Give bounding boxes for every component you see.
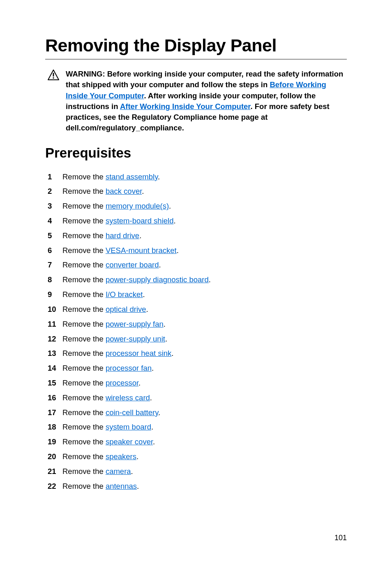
link-power-supply-fan[interactable]: power-supply fan	[106, 320, 164, 328]
item-number: 5	[48, 230, 62, 242]
warning-icon	[48, 70, 59, 82]
item-number: 1	[48, 172, 62, 183]
prerequisites-list: 1Remove the stand assembly. 2Remove the …	[45, 172, 347, 492]
item-text: Remove the back cover.	[62, 186, 347, 197]
item-text: Remove the power-supply diagnostic board…	[62, 274, 347, 286]
item-number: 4	[48, 216, 62, 227]
item-number: 3	[48, 201, 62, 212]
item-text: Remove the processor heat sink.	[62, 348, 347, 359]
link-camera[interactable]: camera	[106, 467, 131, 476]
list-item: 11Remove the power-supply fan.	[48, 319, 347, 330]
item-number: 11	[48, 319, 62, 330]
page-title: Removing the Display Panel	[45, 35, 347, 60]
list-item: 1Remove the stand assembly.	[48, 172, 347, 183]
list-item: 21Remove the camera.	[48, 466, 347, 477]
item-text: Remove the camera.	[62, 466, 347, 477]
link-processor-fan[interactable]: processor fan	[106, 364, 152, 372]
item-number: 8	[48, 274, 62, 286]
link-back-cover[interactable]: back cover	[106, 187, 142, 195]
list-item: 12Remove the power-supply unit.	[48, 334, 347, 345]
svg-rect-1	[53, 73, 54, 77]
item-number: 22	[48, 481, 62, 492]
link-wireless-card[interactable]: wireless card	[106, 393, 150, 402]
item-text: Remove the processor fan.	[62, 363, 347, 374]
item-text: Remove the antennas.	[62, 481, 347, 492]
list-item: 22Remove the antennas.	[48, 481, 347, 492]
item-text: Remove the stand assembly.	[62, 172, 347, 183]
item-text: Remove the coin-cell battery.	[62, 407, 347, 418]
list-item: 9Remove the I/O bracket.	[48, 289, 347, 300]
list-item: 17Remove the coin-cell battery.	[48, 407, 347, 418]
list-item: 20Remove the speakers.	[48, 451, 347, 462]
item-text: Remove the converter board.	[62, 260, 347, 271]
item-number: 21	[48, 466, 62, 477]
link-processor-heat-sink[interactable]: processor heat sink	[106, 349, 171, 358]
item-number: 17	[48, 407, 62, 418]
item-number: 10	[48, 304, 62, 315]
list-item: 2Remove the back cover.	[48, 186, 347, 197]
item-number: 7	[48, 260, 62, 271]
item-text: Remove the system-board shield.	[62, 216, 347, 227]
link-io-bracket[interactable]: I/O bracket	[106, 290, 143, 299]
link-antennas[interactable]: antennas	[106, 482, 137, 490]
list-item: 13Remove the processor heat sink.	[48, 348, 347, 359]
list-item: 16Remove the wireless card.	[48, 392, 347, 404]
list-item: 3Remove the memory module(s).	[48, 201, 347, 212]
item-number: 18	[48, 422, 62, 433]
item-text: Remove the VESA-mount bracket.	[62, 245, 347, 256]
link-optical-drive[interactable]: optical drive	[106, 305, 146, 314]
section-heading: Prerequisites	[45, 145, 347, 161]
list-item: 15Remove the processor.	[48, 378, 347, 389]
item-number: 2	[48, 186, 62, 197]
list-item: 7Remove the converter board.	[48, 260, 347, 271]
item-text: Remove the power-supply unit.	[62, 334, 347, 345]
item-number: 15	[48, 378, 62, 389]
item-text: Remove the speakers.	[62, 451, 347, 462]
item-text: Remove the optical drive.	[62, 304, 347, 315]
document-page: Removing the Display Panel WARNING: Befo…	[0, 0, 392, 492]
list-item: 10Remove the optical drive.	[48, 304, 347, 315]
link-speakers[interactable]: speakers	[106, 452, 136, 461]
link-vesa-mount-bracket[interactable]: VESA-mount bracket	[106, 246, 177, 255]
item-number: 20	[48, 451, 62, 462]
link-hard-drive[interactable]: hard drive	[106, 231, 139, 240]
item-number: 19	[48, 437, 62, 448]
link-power-supply-diagnostic-board[interactable]: power-supply diagnostic board	[106, 275, 209, 284]
item-number: 16	[48, 392, 62, 404]
warning-block: WARNING: Before working inside your comp…	[45, 69, 347, 134]
list-item: 18Remove the system board.	[48, 422, 347, 433]
item-text: Remove the I/O bracket.	[62, 289, 347, 300]
item-text: Remove the processor.	[62, 378, 347, 389]
list-item: 8Remove the power-supply diagnostic boar…	[48, 274, 347, 286]
item-text: Remove the power-supply fan.	[62, 319, 347, 330]
list-item: 4Remove the system-board shield.	[48, 216, 347, 227]
list-item: 5Remove the hard drive.	[48, 230, 347, 242]
item-number: 12	[48, 334, 62, 345]
link-memory-modules[interactable]: memory module(s)	[106, 202, 169, 210]
item-text: Remove the hard drive.	[62, 230, 347, 242]
item-number: 13	[48, 348, 62, 359]
link-speaker-cover[interactable]: speaker cover	[106, 437, 153, 446]
svg-rect-2	[53, 77, 54, 79]
list-item: 19Remove the speaker cover.	[48, 437, 347, 448]
item-number: 14	[48, 363, 62, 374]
item-number: 6	[48, 245, 62, 256]
item-text: Remove the wireless card.	[62, 392, 347, 404]
link-after-working[interactable]: After Working Inside Your Computer	[120, 102, 251, 111]
item-text: Remove the speaker cover.	[62, 437, 347, 448]
page-number: 101	[334, 534, 347, 542]
link-power-supply-unit[interactable]: power-supply unit	[106, 334, 165, 343]
link-processor[interactable]: processor	[106, 379, 138, 387]
list-item: 6Remove the VESA-mount bracket.	[48, 245, 347, 256]
warning-text: WARNING: Before working inside your comp…	[66, 69, 347, 134]
item-number: 9	[48, 289, 62, 300]
link-coin-cell-battery[interactable]: coin-cell battery	[106, 408, 158, 417]
item-text: Remove the memory module(s).	[62, 201, 347, 212]
list-item: 14Remove the processor fan.	[48, 363, 347, 374]
link-converter-board[interactable]: converter board	[106, 260, 159, 269]
item-text: Remove the system board.	[62, 422, 347, 433]
link-system-board[interactable]: system board	[106, 423, 151, 431]
link-stand-assembly[interactable]: stand assembly	[106, 172, 158, 181]
link-system-board-shield[interactable]: system-board shield	[106, 216, 174, 225]
